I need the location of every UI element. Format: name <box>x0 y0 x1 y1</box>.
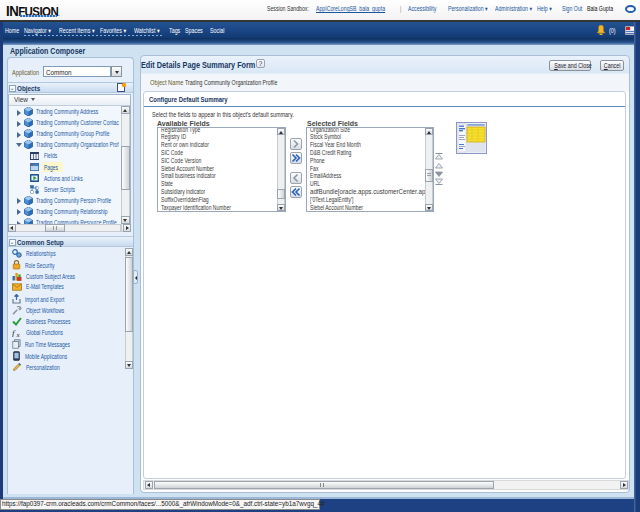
svg-text:x: x <box>16 331 21 338</box>
svg-text:f: f <box>12 328 16 337</box>
